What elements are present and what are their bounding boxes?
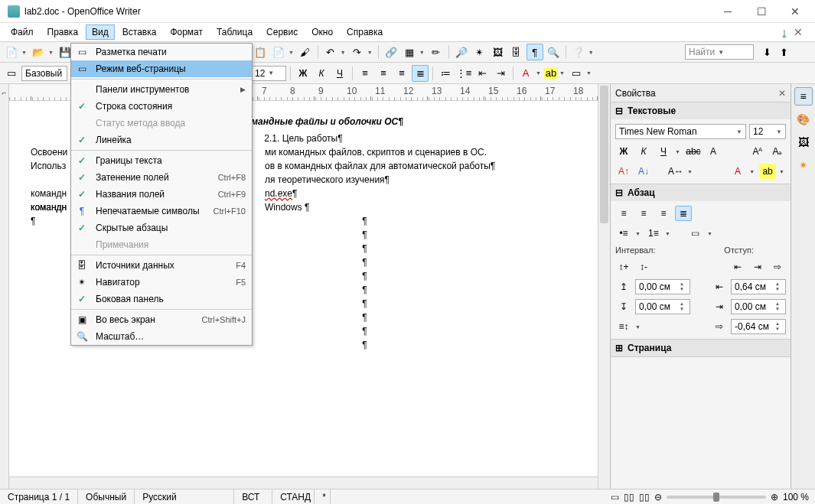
- bold-button[interactable]: Ж: [615, 144, 632, 159]
- font-color-button[interactable]: A: [517, 65, 534, 82]
- menu-item-navigator[interactable]: ✴ Навигатор F5: [71, 274, 252, 291]
- decrease-indent-button[interactable]: ⇤: [729, 259, 746, 275]
- vertical-scrollbar[interactable]: [598, 84, 610, 489]
- highlight-color-button[interactable]: ab: [544, 67, 558, 80]
- menu-item-status-bar[interactable]: ✓ Строка состояния: [71, 98, 252, 115]
- italic-button[interactable]: К: [313, 65, 330, 82]
- hanging-indent-button[interactable]: ⇨: [769, 259, 786, 275]
- space-below-input[interactable]: 0,00 см▲▼: [635, 299, 690, 314]
- font-size-select[interactable]: 12 ▼: [251, 66, 286, 81]
- tab-navigator[interactable]: ✴: [794, 156, 813, 174]
- space-above-input[interactable]: 0,00 см▲▼: [635, 279, 690, 294]
- gallery-button[interactable]: 🖼: [490, 44, 507, 60]
- menu-item-sidebar[interactable]: ✓ Боковая панель: [71, 291, 252, 307]
- zoom-in-icon[interactable]: ⊕: [771, 492, 778, 502]
- zoom-value[interactable]: 100 %: [783, 492, 809, 502]
- shadow-button[interactable]: A: [705, 144, 722, 159]
- underline-button[interactable]: Ч: [331, 65, 348, 82]
- find-prev-button[interactable]: ⬆: [775, 44, 792, 60]
- underline-button[interactable]: Ч: [655, 144, 672, 159]
- paste-button[interactable]: 📄: [270, 44, 287, 60]
- datasources-button[interactable]: 🗄: [508, 44, 525, 60]
- menu-insert[interactable]: Вставка: [116, 24, 163, 40]
- hyperlink-button[interactable]: 🔗: [383, 44, 399, 60]
- align-right-button[interactable]: ≡: [655, 206, 672, 221]
- navigator-button[interactable]: ✴: [471, 44, 488, 60]
- maximize-button[interactable]: ☐: [745, 1, 778, 22]
- tab-properties[interactable]: ≡: [794, 87, 813, 106]
- help-button[interactable]: ❔: [570, 44, 587, 60]
- menu-help[interactable]: Справка: [341, 24, 389, 40]
- undo-button[interactable]: ↶: [322, 44, 339, 60]
- menu-item-hidden-paragraphs[interactable]: ✓ Скрытые абзацы: [71, 219, 252, 236]
- superscript-button[interactable]: Aᴬ: [749, 144, 766, 159]
- font-name-select[interactable]: Times New Roman▼: [615, 124, 746, 139]
- table-button[interactable]: ▦: [401, 44, 418, 60]
- save-indicator-icon[interactable]: ⤓: [780, 28, 789, 40]
- align-left-button[interactable]: ≡: [357, 65, 373, 82]
- first-line-indent-input[interactable]: -0,64 см▲▼: [731, 319, 786, 334]
- section-paragraph[interactable]: ⊟ Абзац: [611, 184, 791, 201]
- menu-view[interactable]: Вид: [86, 24, 115, 40]
- tab-styles[interactable]: 🎨: [794, 110, 813, 128]
- status-selection-mode[interactable]: СТАНД: [272, 489, 315, 504]
- menu-item-zoom[interactable]: 🔍 Масштаб…: [71, 328, 252, 345]
- section-page[interactable]: ⊞ Страница: [611, 340, 791, 356]
- background-color-button[interactable]: ▭: [568, 65, 585, 82]
- menu-item-ruler[interactable]: ✓ Линейка: [71, 132, 252, 148]
- status-page[interactable]: Страница 1 / 1: [0, 489, 78, 504]
- minimize-button[interactable]: ─: [711, 1, 745, 22]
- status-style[interactable]: Обычный: [78, 489, 135, 504]
- zoom-out-icon[interactable]: ⊖: [654, 492, 662, 502]
- background-color-button[interactable]: ▭: [687, 226, 704, 241]
- align-center-button[interactable]: ≡: [635, 206, 652, 221]
- menu-item-fullscreen[interactable]: ▣ Во весь экран Ctrl+Shift+J: [71, 311, 252, 328]
- menu-item-data-sources[interactable]: 🗄 Источники данных F4: [71, 257, 252, 274]
- subscript-button[interactable]: Aₐ: [769, 144, 786, 159]
- scrollbar-thumb[interactable]: [600, 86, 608, 223]
- align-center-button[interactable]: ≡: [375, 65, 392, 82]
- find-replace-button[interactable]: 🔎: [453, 44, 470, 60]
- find-next-button[interactable]: ⬇: [758, 44, 775, 60]
- menu-item-formatting-marks[interactable]: ¶ Непечатаемые символы Ctrl+F10: [71, 203, 252, 219]
- decrease-spacing-button[interactable]: ↕-: [635, 259, 652, 275]
- copy-button[interactable]: 📋: [252, 44, 269, 60]
- increase-spacing-button[interactable]: ↕+: [615, 259, 632, 275]
- redo-button[interactable]: ↷: [349, 44, 366, 60]
- menu-window[interactable]: Окно: [305, 24, 339, 40]
- menu-item-text-boundaries[interactable]: ✓ Границы текста: [71, 152, 252, 169]
- decrease-font-button[interactable]: A↓: [635, 164, 652, 179]
- nonprinting-chars-button[interactable]: ¶: [526, 44, 543, 60]
- document-close-icon[interactable]: ✕: [786, 26, 810, 38]
- char-spacing-button[interactable]: A↔: [667, 164, 684, 179]
- align-right-button[interactable]: ≡: [393, 65, 410, 82]
- strikethrough-button[interactable]: abc: [685, 144, 702, 159]
- find-field[interactable]: Найти ▼: [685, 44, 754, 60]
- menu-table[interactable]: Таблица: [210, 24, 259, 40]
- format-paintbrush-button[interactable]: 🖌: [297, 44, 314, 60]
- indent-decrease-button[interactable]: ⇤: [474, 65, 491, 82]
- paragraph-style-select[interactable]: Базовый: [21, 66, 67, 81]
- indent-left-input[interactable]: 0,64 см▲▼: [731, 279, 786, 294]
- indent-increase-button[interactable]: ⇥: [492, 65, 509, 82]
- align-justify-button[interactable]: ≣: [412, 65, 429, 82]
- bulleted-list-button[interactable]: ⋮≡: [455, 65, 472, 82]
- italic-button[interactable]: К: [635, 144, 652, 159]
- zoom-slider-thumb[interactable]: [713, 493, 719, 502]
- numbered-list-button[interactable]: 1≡: [645, 226, 662, 241]
- tab-stop-icon[interactable]: ⌐: [0, 84, 8, 102]
- menu-item-toolbars[interactable]: Панели инструментов ▶: [71, 81, 252, 98]
- indent-right-input[interactable]: 0,00 см▲▼: [731, 299, 786, 314]
- view-layout-book-icon[interactable]: ▯▯: [639, 492, 650, 502]
- tab-gallery[interactable]: 🖼: [794, 133, 813, 151]
- line-spacing-button[interactable]: ≡↕: [615, 319, 632, 334]
- zoom-slider[interactable]: [667, 496, 766, 499]
- menu-item-field-shadings[interactable]: ✓ Затенение полей Ctrl+F8: [71, 169, 252, 186]
- align-left-button[interactable]: ≡: [615, 206, 632, 221]
- menu-item-field-names[interactable]: ✓ Названия полей Ctrl+F9: [71, 186, 252, 203]
- open-button[interactable]: 📂: [30, 44, 47, 60]
- increase-font-button[interactable]: A↑: [615, 164, 632, 179]
- menu-item-print-layout[interactable]: ▭ Разметка печати: [71, 44, 252, 60]
- align-justify-button[interactable]: ≣: [675, 206, 692, 221]
- view-layout-multi-icon[interactable]: ▯▯: [624, 492, 634, 502]
